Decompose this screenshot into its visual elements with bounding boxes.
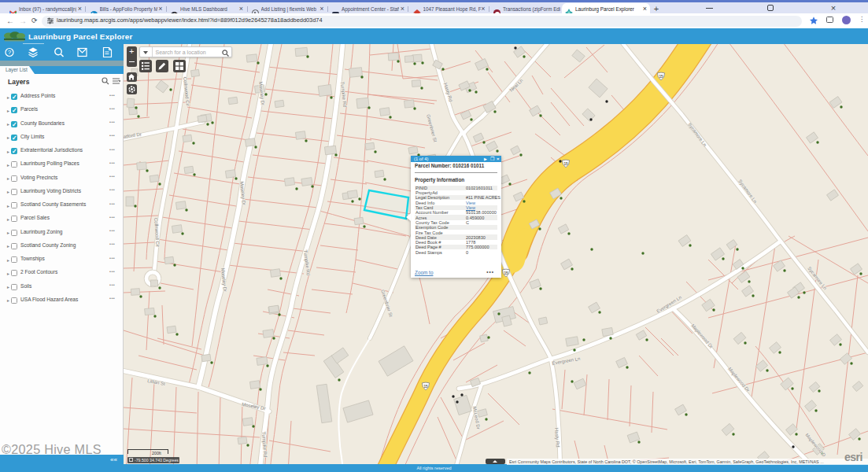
svg-text:15: 15 — [504, 271, 508, 275]
svg-text:15: 15 — [423, 385, 428, 389]
svg-text:15: 15 — [563, 162, 568, 166]
svg-text:15: 15 — [659, 75, 663, 79]
svg-text:?: ? — [8, 49, 12, 56]
